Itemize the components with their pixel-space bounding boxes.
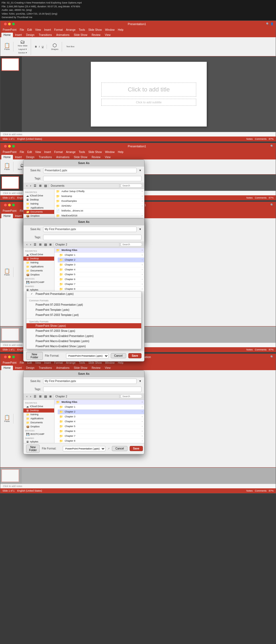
dropdown-ppsx[interactable]: PowerPoint Show (.ppsx)	[26, 323, 141, 328]
menu2-insert[interactable]: Insert	[43, 149, 52, 155]
slide-thumb-2[interactable]	[1, 176, 19, 189]
file-author-setup[interactable]: 📁Author Setup O'Reilly›	[54, 189, 144, 194]
section-button[interactable]: Section ▾	[17, 51, 28, 54]
tab-review[interactable]: Review	[89, 33, 103, 37]
save-as-expand-icon[interactable]: ▼	[139, 169, 142, 172]
file4-chapter3[interactable]: 📁Chapter 3›	[58, 414, 144, 419]
tab2-transitions[interactable]: Transitions	[37, 155, 54, 159]
save-as-input[interactable]	[43, 168, 137, 173]
view-list-button[interactable]: ☰	[33, 183, 37, 188]
dialog-search-input-4[interactable]	[120, 394, 142, 398]
menu-window[interactable]: Window	[104, 27, 116, 33]
file-chapter6[interactable]: 📁Chapter 6›	[58, 277, 144, 282]
menu4-powerpoint[interactable]: PowerPoint	[1, 360, 18, 366]
new-folder-button-4[interactable]: New Folder	[26, 445, 40, 453]
search-icon-4[interactable]: 🔍	[270, 355, 274, 358]
forward-button-4[interactable]: ›	[29, 394, 32, 398]
dropdown-potx[interactable]: PowerPoint Template (.potx)	[26, 307, 141, 312]
notes-btn-2[interactable]: Notes	[246, 196, 253, 199]
cancel-button-4[interactable]: Cancel	[112, 446, 127, 451]
file-chapter7[interactable]: 📁Chapter 7›	[58, 282, 144, 287]
comments-btn-4[interactable]: Comments	[255, 489, 267, 492]
save-as-input-4[interactable]	[43, 379, 137, 384]
menu2-format[interactable]: Format	[53, 149, 64, 155]
sidebar4-nybytes[interactable]: 🖥 nybytes	[23, 440, 54, 443]
layout-button[interactable]: Layout ▾	[18, 47, 28, 51]
tab2-animations[interactable]: Animations	[54, 155, 71, 159]
maximize-button-4[interactable]	[12, 356, 15, 358]
view-column-button[interactable]: ▤	[43, 183, 48, 188]
sidebar3-desktop[interactable]: 🖥 Desktop	[23, 257, 54, 261]
sidebar4-documents[interactable]: 📁 Documents	[23, 421, 54, 425]
tab2-slideshow[interactable]: Slide Show	[72, 155, 89, 159]
file-working-files[interactable]: 📁Working Files›	[54, 248, 144, 253]
tab4-home[interactable]: Home	[1, 366, 13, 370]
save-button-4[interactable]: Save	[130, 446, 143, 451]
menu2-powerpoint[interactable]: PowerPoint	[1, 149, 18, 155]
menu-view[interactable]: View	[34, 27, 43, 33]
file4-chapter5[interactable]: 📁Chapter 5›	[58, 424, 144, 429]
menu-edit[interactable]: Edit	[26, 27, 33, 33]
menu2-arrange[interactable]: Arrange	[65, 149, 77, 155]
sidebar-training[interactable]: 📁 training	[23, 202, 54, 206]
save-as-input-3[interactable]	[43, 227, 137, 232]
search-icon-2[interactable]: 🔍	[270, 145, 274, 148]
tab3-home[interactable]: Home	[1, 214, 13, 218]
slide-thumb-1[interactable]	[1, 58, 19, 71]
new-slide-button[interactable]: 🗂 New Slide	[17, 39, 29, 47]
search-icon[interactable]: 🔍	[266, 22, 269, 25]
file-chapter8[interactable]: 📁Chapter 8›	[58, 287, 144, 291]
sidebar3-applications[interactable]: 📁 Applications	[23, 265, 54, 269]
file4-chapter8[interactable]: 📁Chapter 8›	[58, 439, 144, 443]
tab4-animations[interactable]: Animations	[54, 366, 71, 370]
sidebar-dropbox[interactable]: 📦 Dropbox	[23, 214, 54, 218]
slide-thumb-3[interactable]	[1, 328, 19, 341]
sidebar3-icloud[interactable]: ☁ iCloud Drive	[23, 253, 54, 257]
text-box-button[interactable]: Text Box	[65, 45, 76, 48]
view-icon-button[interactable]: ⊞	[38, 183, 42, 188]
comments-btn-3[interactable]: Comments	[255, 348, 267, 351]
sidebar-applications[interactable]: 📁 Applications	[23, 206, 54, 210]
paste-button[interactable]: 📋 Paste	[3, 42, 11, 51]
tab2-insert[interactable]: Insert	[13, 155, 24, 159]
menu-file[interactable]: File	[18, 27, 25, 33]
sidebar4-desktop[interactable]: 🖥 Desktop	[23, 408, 54, 413]
tab2-design[interactable]: Design	[24, 155, 37, 159]
tab-view[interactable]: View	[103, 33, 113, 37]
comments-btn[interactable]: Comments	[255, 138, 267, 140]
dropdown-ppsm[interactable]: PowerPoint Macro-Enabled Show (.ppsm)	[26, 344, 141, 349]
file4-working-files[interactable]: 📁Working Files›	[54, 400, 144, 405]
notes-btn-3[interactable]: Notes	[246, 348, 253, 351]
menu-format[interactable]: Format	[53, 27, 64, 33]
sidebar4-applications[interactable]: 📁 Applications	[23, 417, 54, 421]
menu2-window[interactable]: Window	[104, 149, 116, 155]
minimize-button-2[interactable]	[8, 145, 11, 148]
tab2-view[interactable]: View	[103, 155, 113, 159]
view-list-button-4[interactable]: ☰	[33, 394, 37, 399]
dropdown-pps97[interactable]: PowerPoint 97-2003 Show (.pps)	[26, 328, 141, 333]
file-macexcel[interactable]: 📁MacExcel2016›	[54, 213, 144, 218]
back-button-3[interactable]: ‹	[26, 242, 28, 247]
view-extra-btn-4[interactable]: ▦	[49, 395, 52, 398]
back-button-4[interactable]: ‹	[26, 394, 28, 398]
tab4-transitions[interactable]: Transitions	[37, 366, 54, 370]
close-button[interactable]	[4, 23, 7, 25]
file4-chapter7[interactable]: 📁Chapter 7›	[58, 434, 144, 439]
search-icon-3[interactable]: 🔍	[270, 203, 274, 206]
file-format-select-3[interactable]: PowerPoint Presentation (.pptx)	[66, 353, 109, 359]
view-column-button-4[interactable]: ▤	[43, 394, 48, 399]
menu-tools[interactable]: Tools	[77, 27, 86, 33]
italic-button[interactable]: I	[38, 45, 41, 48]
tags-input-3[interactable]	[43, 235, 142, 240]
sidebar-icloud[interactable]: ☁ iCloud Drive	[23, 194, 54, 198]
file-chapter5[interactable]: 📁Chapter 5›	[58, 272, 144, 277]
close-button-3[interactable]	[4, 204, 7, 206]
menu2-view[interactable]: View	[34, 149, 43, 155]
tab4-review[interactable]: Review	[89, 366, 103, 370]
view-column-button-3[interactable]: ▤	[43, 242, 48, 247]
dropdown-pptm[interactable]: PowerPoint Macro-Enabled Presentation (.…	[26, 333, 141, 339]
tab-design[interactable]: Design	[24, 33, 37, 37]
forward-button-3[interactable]: ›	[29, 242, 32, 247]
view-list-button-3[interactable]: ☰	[33, 242, 37, 247]
maximize-button-2[interactable]	[12, 145, 15, 148]
